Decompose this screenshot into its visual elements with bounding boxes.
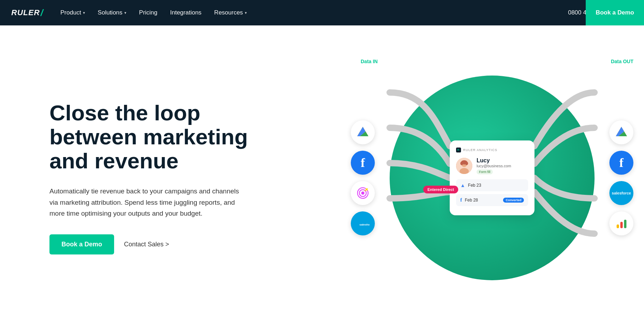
logo[interactable]: RULER/ — [11, 7, 43, 18]
card-source-badge: Form fill — [477, 169, 493, 174]
card-row-2-date: Feb 28 — [465, 198, 478, 203]
hero-cta: Book a Demo Contact Sales > — [49, 234, 283, 254]
nav-links: Product ▾ Solutions ▾ Pricing Integratio… — [60, 9, 568, 16]
chevron-down-icon: ▾ — [83, 11, 85, 15]
svg-rect-20 — [624, 220, 627, 228]
google-ads-icon-right — [609, 120, 633, 144]
svg-line-6 — [365, 189, 367, 191]
nav-integrations[interactable]: Integrations — [170, 9, 202, 16]
google-ads-row-icon: ▲ — [460, 182, 465, 188]
card-row-1-date: Feb 23 — [468, 183, 481, 188]
nav-book-demo-button[interactable]: Book a Demo — [586, 0, 644, 25]
brand-dot-icon: R — [456, 148, 461, 152]
card-user-info: Lucy lucy@business.com Form fill — [477, 157, 511, 174]
svg-point-26 — [465, 162, 468, 165]
integrations-right: f salesforce — [609, 120, 633, 235]
hero-section: Close the loop between marketing and rev… — [0, 25, 644, 330]
facebook-icon-right: f — [609, 151, 633, 175]
salesforce-icon-left: salesforce — [351, 211, 375, 235]
nav-resources[interactable]: Resources ▾ — [214, 9, 247, 16]
card-row-1: ▲ Feb 23 — [456, 179, 528, 191]
entered-direct-label: Entered Direct — [423, 186, 458, 193]
hero-title: Close the loop between marketing and rev… — [49, 101, 283, 173]
card-name: Lucy — [477, 157, 511, 164]
facebook-row-icon: f — [460, 197, 462, 203]
google-analytics-icon-right — [609, 211, 633, 235]
hero-diagram: Data IN Data OUT f — [340, 40, 644, 316]
converted-badge: Converted — [503, 198, 524, 203]
svg-point-25 — [460, 162, 463, 165]
center-card: R RULER ANALYTICS — [450, 140, 534, 215]
card-profile: Lucy lucy@business.com Form fill — [456, 157, 528, 174]
salesforce-icon-right: salesforce — [609, 181, 633, 205]
nav-pricing[interactable]: Pricing — [139, 9, 158, 16]
chevron-down-icon: ▾ — [245, 11, 247, 15]
facebook-icon-left: f — [351, 151, 375, 175]
book-demo-button[interactable]: Book a Demo — [49, 234, 114, 254]
chevron-down-icon: ▾ — [124, 11, 126, 15]
hero-description: Automatically tie revenue back to your c… — [49, 186, 247, 219]
nav-product[interactable]: Product ▾ — [60, 9, 85, 16]
integrations-left: f — [351, 120, 375, 235]
svg-rect-19 — [620, 222, 623, 228]
data-out-label: Data OUT — [611, 59, 633, 64]
navigation: RULER/ Product ▾ Solutions ▾ Pricing Int… — [0, 0, 644, 25]
contact-sales-button[interactable]: Contact Sales > — [124, 241, 169, 248]
google-ads-icon-left — [351, 120, 375, 144]
card-brand: R RULER ANALYTICS — [456, 148, 528, 152]
goal-icon-left — [351, 181, 375, 205]
svg-rect-18 — [617, 224, 619, 228]
nav-solutions[interactable]: Solutions ▾ — [98, 9, 126, 16]
card-row-2: f Feb 28 Converted — [456, 194, 528, 206]
avatar — [456, 158, 472, 174]
card-email: lucy@business.com — [477, 164, 511, 168]
svg-text:salesforce: salesforce — [360, 223, 370, 226]
data-in-label: Data IN — [361, 59, 378, 64]
hero-text: Close the loop between marketing and rev… — [49, 101, 283, 255]
svg-point-5 — [361, 191, 365, 194]
